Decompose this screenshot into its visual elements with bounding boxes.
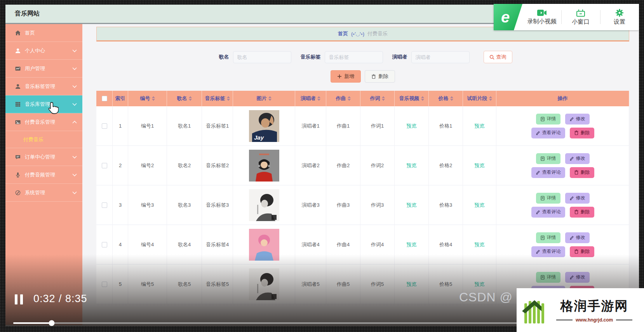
singer-input[interactable] (411, 51, 470, 63)
detail-button[interactable]: 详情 (536, 153, 560, 164)
tv-icon (576, 9, 585, 17)
pause-button[interactable] (15, 294, 23, 304)
sidebar-item-paid-music-management[interactable]: 付费音乐管理 (5, 113, 82, 131)
video-preview-link[interactable]: 预览 (407, 281, 417, 288)
sidebar-item-music-library-management[interactable]: 音乐库管理 (5, 95, 82, 113)
view-comments-button[interactable]: 查看评论 (531, 246, 565, 257)
sort-icon[interactable] (268, 96, 272, 101)
main-content: 首页 (•'◡'•) 付费音乐 歌名 音乐标签 演唱者 查询 (82, 24, 639, 325)
sidebar-item-user-management[interactable]: 用户管理 (5, 60, 82, 78)
delete-button[interactable]: 删除 (570, 128, 594, 138)
settings-button[interactable]: 设置 (600, 4, 639, 30)
sidebar-item-paid-audio-management[interactable]: 付费音频管理 (5, 166, 82, 184)
select-all-checkbox[interactable] (102, 96, 107, 101)
column-header[interactable]: 作曲 (326, 91, 360, 106)
sidebar-item-order-center-management[interactable]: 订单中心管理 (5, 148, 82, 166)
sort-icon[interactable] (489, 96, 492, 101)
delete-button[interactable]: 删除 (570, 246, 594, 257)
sort-icon[interactable] (348, 96, 351, 101)
song-name-input[interactable] (233, 51, 291, 63)
column-header[interactable]: 歌名 (167, 91, 202, 106)
query-button[interactable]: 查询 (484, 51, 512, 63)
edit-button[interactable]: 修改 (565, 272, 590, 283)
column-header[interactable]: 音乐标签 (202, 91, 233, 106)
music-tag-input[interactable] (325, 51, 383, 63)
column-header[interactable]: 作词 (360, 91, 395, 106)
column-header-label: 图片 (257, 95, 267, 102)
sort-icon[interactable] (227, 96, 230, 101)
video-preview-link[interactable]: 预览 (407, 123, 417, 130)
view-comments-button[interactable]: 查看评论 (531, 207, 565, 218)
column-header[interactable]: 编号 (128, 91, 167, 106)
column-header[interactable]: 图片 (233, 91, 295, 106)
cell-music-video: 预览 (395, 225, 429, 265)
view-comments-button[interactable]: 查看评论 (531, 128, 565, 138)
sidebar-item-home[interactable]: 首页 (5, 24, 82, 42)
sort-icon[interactable] (450, 96, 453, 101)
select-all-cell (96, 91, 113, 106)
detail-button[interactable]: 详情 (536, 232, 560, 243)
chevron-up-icon (72, 121, 77, 124)
view-comments-button[interactable]: 查看评论 (531, 167, 565, 178)
progress-knob[interactable] (49, 320, 54, 326)
video-preview-link[interactable]: 预览 (407, 202, 417, 209)
trash-icon (371, 74, 376, 79)
column-header[interactable]: 演唱者 (295, 91, 326, 106)
chevron-down-icon (72, 67, 77, 70)
column-header-label: 音乐标签 (205, 95, 225, 102)
row-checkbox[interactable] (102, 282, 107, 287)
edit-button[interactable]: 修改 (565, 232, 590, 243)
record-video-button[interactable]: 录制小视频 (522, 4, 561, 30)
site-watermark-text: 格润手游网 www.hngrjd.com (556, 297, 632, 323)
trash-icon (574, 249, 579, 254)
clip-preview-link[interactable]: 预览 (475, 281, 485, 288)
clip-preview-link[interactable]: 预览 (475, 123, 485, 130)
sort-icon[interactable] (317, 96, 320, 101)
sidebar-item-system-management[interactable]: 系统管理 (5, 184, 82, 202)
column-header[interactable]: 价格 (429, 91, 463, 106)
delete-button[interactable]: 删除 (570, 167, 594, 178)
site-url: www.hngrjd.com (576, 317, 613, 323)
row-checkbox[interactable] (102, 242, 107, 247)
sidebar-item-personal-center[interactable]: 个人中心 (5, 42, 82, 60)
clip-preview-link[interactable]: 预览 (475, 241, 485, 248)
sidebar-subitem-paid-music[interactable]: 付费音乐 (5, 131, 82, 148)
cell-lyricist: 作词4 (360, 225, 395, 265)
breadcrumb-home-link[interactable]: 首页 (338, 30, 348, 37)
edit-button[interactable]: 修改 (565, 114, 590, 124)
row-checkbox[interactable] (102, 163, 107, 168)
delete-button[interactable]: 删除 (570, 207, 594, 218)
edit-button[interactable]: 修改 (565, 153, 590, 164)
detail-button[interactable]: 详情 (536, 114, 560, 124)
breadcrumb-current: 付费音乐 (367, 30, 388, 37)
column-header[interactable]: 音乐视频 (395, 91, 429, 106)
sort-icon[interactable] (382, 96, 385, 101)
cell-price: 价格5 (429, 265, 463, 304)
video-preview-link[interactable]: 预览 (407, 162, 417, 169)
chevron-down-icon (72, 191, 77, 194)
add-button[interactable]: 新增 (331, 70, 361, 83)
column-header[interactable]: 试听片段 (463, 91, 496, 106)
pen-icon (536, 170, 540, 175)
edit-button[interactable]: 修改 (565, 193, 590, 204)
video-preview-link[interactable]: 预览 (407, 241, 417, 248)
small-window-button[interactable]: 小窗口 (561, 4, 600, 30)
sidebar-item-music-tag-management[interactable]: 音乐标签管理 (5, 78, 82, 95)
cell-singer: 演唱者1 (295, 106, 326, 146)
column-header-label: 索引 (115, 95, 125, 102)
clip-preview-link[interactable]: 预览 (475, 162, 485, 169)
clip-preview-link[interactable]: 预览 (475, 202, 485, 209)
cell-music-video: 预览 (395, 106, 429, 146)
sort-icon[interactable] (421, 96, 424, 101)
cell-singer: 演唱者3 (295, 185, 326, 225)
row-checkbox[interactable] (102, 123, 107, 129)
row-checkbox[interactable] (102, 202, 107, 208)
batch-delete-button[interactable]: 删除 (365, 70, 395, 83)
cell-audition-clip: 预览 (463, 185, 496, 225)
column-header-label: 音乐视频 (399, 95, 419, 102)
detail-button[interactable]: 详情 (536, 193, 560, 204)
browser-logo-letter: e (501, 9, 510, 26)
detail-button[interactable]: 详情 (536, 272, 560, 283)
sort-icon[interactable] (152, 96, 155, 101)
sort-icon[interactable] (189, 96, 192, 101)
